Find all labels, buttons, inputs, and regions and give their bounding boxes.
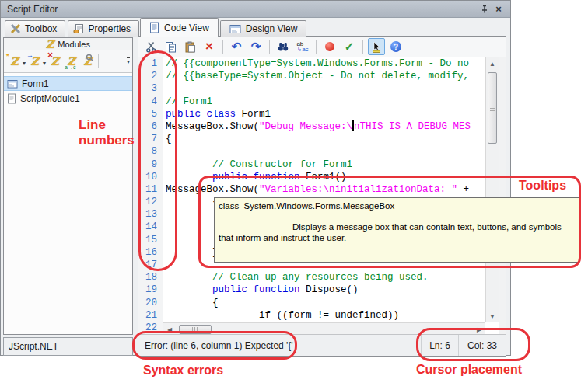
undo-button[interactable]: ↶ [228,38,245,55]
line-number[interactable]: 1 [138,57,163,70]
tooltips-label: Tooltips [519,179,566,193]
code-row: 20 { [138,297,499,309]
code-line[interactable] [163,221,166,233]
copy-button[interactable] [162,38,179,55]
code-line[interactable]: public class Form1 [163,108,271,120]
redo-button[interactable]: ↷ [247,38,264,55]
code-line[interactable] [163,145,166,158]
rename-module-button[interactable]: Z a→c [63,53,79,70]
tab-design-view[interactable]: Design View [220,20,306,37]
import-module-dropdown[interactable]: ▾ [43,60,46,67]
code-line[interactable]: MessageBox.Show("Debug Message:\nTHIS IS… [163,120,471,133]
code-view-icon [149,22,159,33]
line-number[interactable]: 13 [138,208,163,221]
code-line[interactable]: if ((form != undefined)) [163,309,399,322]
toolbox-icon [10,23,21,34]
code-row: 9 // Constructor for Form1 [138,158,499,171]
close-button[interactable]: × [492,3,506,16]
validate-icon: ✓ [345,41,355,52]
cut-button[interactable] [142,38,159,55]
scroll-down-icon[interactable]: ▼ [486,310,499,322]
line-number[interactable]: 18 [138,271,163,284]
line-number[interactable]: 16 [138,246,163,259]
paste-button[interactable] [181,38,198,55]
line-number[interactable]: 2 [138,70,163,82]
code-line[interactable]: { [163,196,219,208]
tree-item-scriptmodule1[interactable]: ScriptModule1 [4,91,132,106]
line-number[interactable]: 5 [138,108,163,120]
editor-status-bar: Error: (line 6, column 1) Expected '{' L… [138,334,506,356]
line-number[interactable]: 8 [138,145,163,158]
help-button[interactable]: ? [387,38,404,55]
tab-properties-label: Properties [88,23,131,34]
find-button[interactable] [275,38,292,55]
modules-icon: Z [46,38,54,50]
record-button[interactable] [321,38,338,55]
code-line[interactable] [163,208,166,221]
pin-button[interactable] [478,3,492,16]
left-tab-strip: Toolbox Properties [5,20,139,37]
delete-module-button[interactable]: Z × [47,53,63,70]
help-icon: ? [390,41,401,52]
code-row: 7{ [138,133,499,145]
tree-item-label: ScriptModule1 [20,93,80,104]
line-number[interactable]: 10 [138,171,163,183]
line-number[interactable]: 19 [138,284,163,296]
toolbar-overflow-button[interactable]: ▾ [127,57,130,65]
line-number[interactable]: 4 [138,96,163,108]
code-line[interactable]: // {{componentType=System.Windows.Forms.… [163,57,469,70]
validate-button[interactable]: ✓ [341,38,358,55]
line-number[interactable]: 20 [138,297,163,309]
tooltip-body: Displays a message box that can contain … [219,221,575,243]
redo-icon: ↷ [251,41,261,52]
undo-icon: ↶ [232,41,242,52]
code-line[interactable]: // Clean up any resources being used. [163,271,429,284]
scroll-up-icon[interactable]: ▲ [486,57,499,70]
tab-properties[interactable]: Properties [68,20,139,37]
find-module-button[interactable]: Z [79,53,96,70]
horizontal-scroll-thumb[interactable] [179,325,212,334]
line-number[interactable]: 15 [138,234,163,246]
code-line[interactable]: public function Dispose() [163,284,359,296]
code-row: 10 public function Form1() [138,171,499,183]
code-line[interactable]: { [163,297,219,309]
record-icon [325,42,334,51]
line-number[interactable]: 7 [138,133,163,145]
delete-button[interactable]: × [201,38,218,55]
code-line[interactable] [163,82,166,95]
code-line[interactable]: { [163,133,172,145]
code-line[interactable]: MessageBox.Show("Variables:\ninitializat… [163,183,469,196]
form-icon [7,79,18,89]
tab-code-view[interactable]: Code View [140,18,219,37]
pointer-button[interactable] [368,38,385,55]
vertical-scroll-thumb[interactable] [488,72,497,144]
line-number[interactable]: 14 [138,221,163,233]
code-line[interactable] [163,259,166,271]
tree-item-form1[interactable]: Form1 [4,76,132,91]
line-number[interactable]: 11 [138,183,163,196]
code-line[interactable]: // Constructor for Form1 [163,158,352,171]
line-number[interactable]: 17 [138,259,163,271]
line-number[interactable]: 12 [138,196,163,208]
intellisense-tooltip: class System.Windows.Forms.MessageBox Di… [214,197,579,263]
new-module-dropdown[interactable]: ▾ [23,60,26,67]
code-line[interactable]: // {{baseType=System.Object - Do not del… [163,70,469,82]
replace-button[interactable]: ab↳ac [294,38,311,55]
new-module-button[interactable]: Z * [6,53,23,70]
code-line[interactable]: } [163,246,219,259]
code-line[interactable]: // Form1 [163,96,212,108]
code-line[interactable] [163,234,166,246]
line-number[interactable]: 22 [138,322,163,334]
vertical-scrollbar[interactable]: ▲ ▼ [485,57,499,322]
line-number[interactable]: 9 [138,158,163,171]
line-number[interactable]: 6 [138,120,163,133]
code-row: 19 public function Dispose() [138,284,499,296]
code-editor[interactable]: 1// {{componentType=System.Windows.Forms… [138,57,499,336]
code-row: 1// {{componentType=System.Windows.Forms… [138,57,499,70]
line-number[interactable]: 21 [138,309,163,322]
line-number[interactable]: 3 [138,82,163,95]
toolbar-separator [98,54,99,68]
code-line[interactable]: public function Form1() [163,171,347,183]
tab-toolbox[interactable]: Toolbox [5,20,65,37]
import-module-button[interactable]: Z → [26,53,43,70]
